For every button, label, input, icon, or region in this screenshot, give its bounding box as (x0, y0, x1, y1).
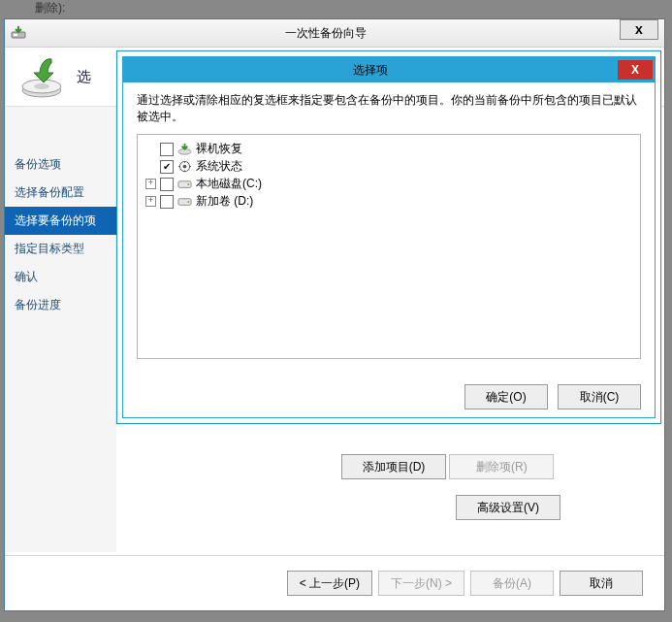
sidebar-step[interactable]: 确认 (5, 263, 116, 291)
sidebar-step[interactable]: 备份进度 (5, 291, 116, 319)
wizard-sidebar: 备份选项 选择备份配置 选择要备份的项 指定目标类型 确认 备份进度 (5, 107, 116, 552)
select-items-dialog: 选择项 X 通过选择或清除相应的复选框来指定要包含在备份中的项目。你的当前备份中… (116, 50, 661, 424)
tree-node-label: 裸机恢复 (196, 141, 242, 157)
svg-point-4 (34, 83, 49, 89)
expander-icon[interactable]: + (145, 196, 156, 207)
checkbox[interactable] (160, 178, 174, 191)
tree-node-label: 系统状态 (196, 158, 242, 175)
disk-icon (177, 195, 192, 208)
backup-header-icon (18, 53, 65, 100)
svg-point-7 (183, 165, 187, 169)
close-icon: X (631, 63, 639, 77)
previous-button[interactable]: < 上一步(P) (287, 571, 372, 596)
dialog-title: 选择项 (123, 62, 618, 79)
sidebar-step[interactable]: 选择要备份的项 (5, 207, 116, 235)
tree-node[interactable]: + 本地磁盘(C:) (145, 176, 632, 193)
dialog-footer: 确定(O) 取消(C) (123, 384, 655, 409)
svg-point-9 (187, 183, 189, 185)
checkbox[interactable] (160, 195, 174, 209)
dialog-cancel-button[interactable]: 取消(C) (558, 384, 641, 409)
close-icon: x (635, 22, 643, 36)
sidebar-step[interactable]: 备份选项 (5, 150, 116, 179)
item-tree[interactable]: 裸机恢复 系统状态 + (137, 134, 641, 359)
add-item-button[interactable]: 添加项目(D) (341, 454, 446, 479)
ok-button[interactable]: 确定(O) (464, 384, 548, 409)
wizard-app-icon (11, 25, 26, 41)
system-state-icon (177, 160, 192, 173)
tree-node-label: 新加卷 (D:) (196, 193, 253, 210)
dialog-titlebar[interactable]: 选择项 X (123, 57, 655, 82)
wizard-titlebar[interactable]: 一次性备份向导 x (5, 19, 664, 48)
checkbox[interactable] (160, 143, 174, 156)
checkbox[interactable] (160, 160, 174, 174)
svg-point-11 (187, 201, 189, 203)
disk-icon (177, 178, 192, 190)
tree-node[interactable]: + 新加卷 (D:) (145, 193, 632, 211)
sidebar-step[interactable]: 指定目标类型 (5, 235, 116, 263)
backup-button[interactable]: 备份(A) (470, 571, 554, 596)
advanced-settings-button[interactable]: 高级设置(V) (456, 495, 560, 520)
recovery-icon (177, 143, 192, 155)
wizard-title: 一次性备份向导 (32, 25, 620, 42)
expander-icon[interactable]: + (145, 179, 156, 189)
next-button[interactable]: 下一步(N) > (378, 571, 464, 596)
svg-rect-1 (14, 34, 17, 36)
tree-node[interactable]: 系统状态 (145, 158, 632, 176)
dialog-description: 通过选择或清除相应的复选框来指定要包含在备份中的项目。你的当前备份中所包含的项目… (137, 92, 641, 126)
wizard-footer: < 上一步(P) 下一步(N) > 备份(A) 取消 (5, 555, 664, 610)
wizard-step-heading: 选 (77, 68, 91, 86)
cancel-button[interactable]: 取消 (560, 571, 643, 596)
remove-item-button[interactable]: 删除项(R) (449, 454, 554, 479)
dialog-close-button[interactable]: X (618, 60, 653, 80)
sidebar-step[interactable]: 选择备份配置 (5, 179, 116, 207)
tree-node-label: 本地磁盘(C:) (196, 176, 262, 192)
wizard-close-button[interactable]: x (620, 19, 658, 40)
tree-node[interactable]: 裸机恢复 (145, 141, 632, 158)
ghost-label: 删除): (35, 0, 65, 16)
